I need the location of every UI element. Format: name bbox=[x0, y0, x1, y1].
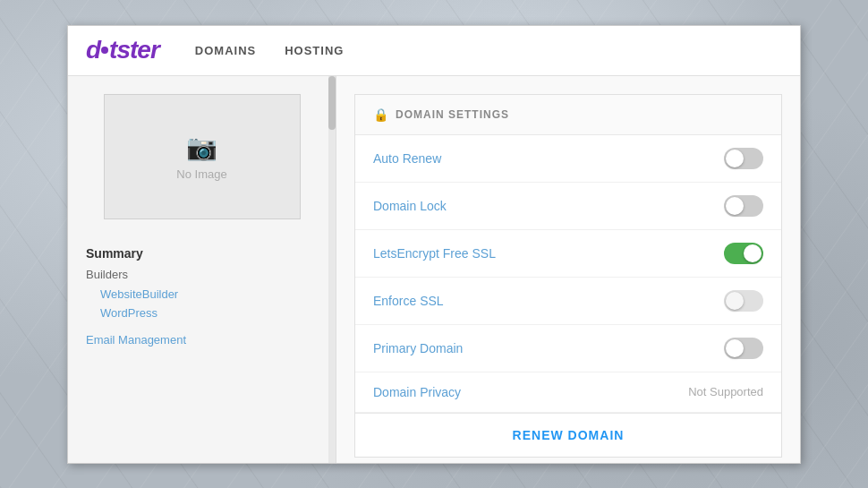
renew-section: RENEW DOMAIN bbox=[355, 413, 781, 457]
settings-row-letsencrypt: LetsEncrypt Free SSL bbox=[355, 230, 781, 278]
letsencrypt-toggle[interactable] bbox=[724, 243, 763, 264]
primary-domain-thumb bbox=[726, 339, 744, 357]
sidebar: 📷 No Image Summary Builders WebsiteBuild… bbox=[68, 76, 336, 463]
main-area: 📷 No Image Summary Builders WebsiteBuild… bbox=[68, 76, 800, 463]
sidebar-builders: Builders bbox=[86, 268, 336, 281]
sidebar-scroll: 📷 No Image Summary Builders WebsiteBuild… bbox=[68, 76, 336, 463]
domain-lock-track bbox=[724, 195, 763, 217]
settings-header: 🔒 DOMAIN SETTINGS bbox=[355, 95, 781, 135]
sidebar-website-builder[interactable]: WebsiteBuilder bbox=[86, 285, 336, 304]
sidebar-wordpress[interactable]: WordPress bbox=[86, 304, 336, 322]
content-area: 🔒 DOMAIN SETTINGS Auto Renew Domain Lock bbox=[336, 76, 800, 463]
sidebar-nav: Summary Builders WebsiteBuilder WordPres… bbox=[68, 237, 336, 349]
scrollbar-track bbox=[328, 76, 336, 463]
domain-privacy-label: Domain Privacy bbox=[373, 385, 461, 399]
sidebar-summary[interactable]: Summary bbox=[86, 246, 336, 261]
nav-hosting[interactable]: HOSTING bbox=[285, 40, 344, 61]
logo[interactable]: dtster bbox=[86, 36, 159, 64]
settings-panel: 🔒 DOMAIN SETTINGS Auto Renew Domain Lock bbox=[354, 94, 782, 458]
enforce-ssl-toggle[interactable] bbox=[724, 290, 763, 312]
settings-row-domain-lock: Domain Lock bbox=[355, 183, 781, 230]
primary-domain-toggle[interactable] bbox=[724, 338, 763, 359]
domain-lock-label: Domain Lock bbox=[373, 199, 447, 213]
settings-row-enforce-ssl: Enforce SSL bbox=[355, 278, 781, 325]
enforce-ssl-label: Enforce SSL bbox=[373, 294, 444, 308]
auto-renew-label: Auto Renew bbox=[373, 151, 441, 166]
sidebar-email-management[interactable]: Email Management bbox=[86, 328, 336, 349]
image-icon: 📷 bbox=[186, 133, 217, 162]
letsencrypt-label: LetsEncrypt Free SSL bbox=[373, 246, 496, 261]
enforce-ssl-thumb bbox=[726, 292, 744, 310]
primary-domain-label: Primary Domain bbox=[373, 341, 463, 355]
domain-privacy-value: Not Supported bbox=[688, 385, 763, 398]
top-nav: dtster DOMAINS HOSTING bbox=[68, 26, 800, 76]
renew-domain-button[interactable]: RENEW DOMAIN bbox=[513, 428, 625, 442]
settings-row-auto-renew: Auto Renew bbox=[355, 135, 781, 183]
auto-renew-thumb bbox=[726, 150, 744, 167]
settings-title: DOMAIN SETTINGS bbox=[396, 108, 509, 121]
domain-lock-thumb bbox=[726, 197, 744, 215]
letsencrypt-thumb bbox=[744, 244, 762, 262]
settings-row-primary-domain: Primary Domain bbox=[355, 325, 781, 372]
domain-lock-toggle[interactable] bbox=[724, 195, 763, 217]
lock-icon: 🔒 bbox=[373, 107, 388, 122]
settings-row-domain-privacy: Domain Privacy Not Supported bbox=[355, 372, 781, 413]
nav-links: DOMAINS HOSTING bbox=[195, 40, 345, 61]
enforce-ssl-track bbox=[724, 290, 763, 312]
auto-renew-toggle[interactable] bbox=[724, 148, 763, 169]
nav-domains[interactable]: DOMAINS bbox=[195, 40, 256, 61]
letsencrypt-track bbox=[724, 243, 763, 264]
scrollbar-thumb[interactable] bbox=[328, 76, 336, 130]
logo-dot bbox=[101, 47, 108, 54]
no-image-label: No Image bbox=[176, 167, 226, 181]
auto-renew-track bbox=[724, 148, 763, 169]
domain-image-placeholder: 📷 No Image bbox=[104, 94, 301, 219]
main-window: dtster DOMAINS HOSTING 📷 No Image Summar… bbox=[67, 25, 801, 464]
primary-domain-track bbox=[724, 338, 763, 359]
